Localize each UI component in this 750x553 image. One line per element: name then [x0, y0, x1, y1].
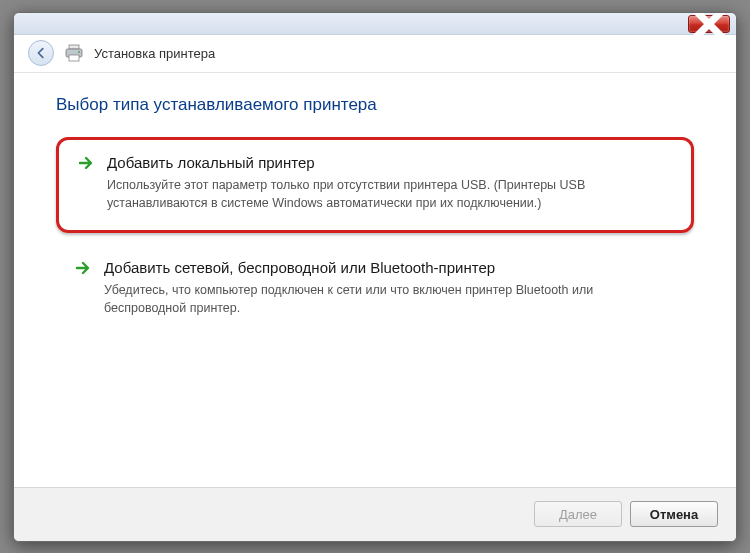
- wizard-window: Установка принтера Выбор типа устанавлив…: [13, 12, 737, 542]
- arrow-right-icon: [77, 154, 95, 172]
- page-heading: Выбор типа устанавливаемого принтера: [56, 95, 694, 115]
- option-title: Добавить локальный принтер: [107, 154, 315, 171]
- titlebar: [14, 13, 736, 35]
- header-title: Установка принтера: [94, 46, 215, 61]
- svg-point-3: [78, 51, 80, 53]
- close-icon: [689, 12, 729, 44]
- content-area: Выбор типа устанавливаемого принтера Доб…: [14, 73, 736, 487]
- option-head: Добавить сетевой, беспроводной или Bluet…: [74, 259, 676, 277]
- option-title: Добавить сетевой, беспроводной или Bluet…: [104, 259, 495, 276]
- footer: Далее Отмена: [14, 487, 736, 541]
- option-add-local-printer[interactable]: Добавить локальный принтер Используйте э…: [56, 137, 694, 233]
- back-arrow-icon: [34, 46, 48, 60]
- option-head: Добавить локальный принтер: [77, 154, 673, 172]
- close-button[interactable]: [688, 15, 730, 33]
- cancel-button[interactable]: Отмена: [630, 501, 718, 527]
- svg-rect-0: [69, 45, 79, 49]
- back-button[interactable]: [28, 40, 54, 66]
- svg-rect-2: [69, 55, 79, 61]
- option-description: Убедитесь, что компьютер подключен к сет…: [104, 281, 676, 317]
- next-button: Далее: [534, 501, 622, 527]
- printer-icon: [64, 44, 84, 62]
- option-description: Используйте этот параметр только при отс…: [107, 176, 673, 212]
- arrow-right-icon: [74, 259, 92, 277]
- option-add-network-printer[interactable]: Добавить сетевой, беспроводной или Bluet…: [56, 245, 694, 333]
- header: Установка принтера: [14, 35, 736, 73]
